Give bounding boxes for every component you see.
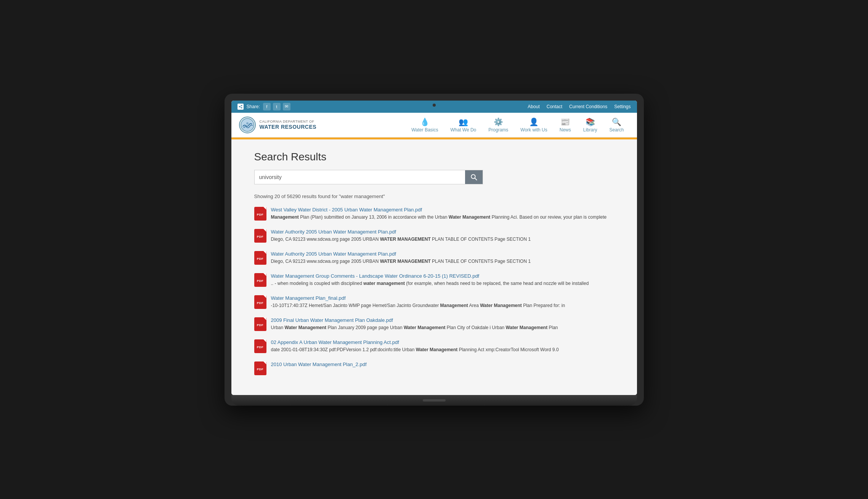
- pdf-icon: PDF: [254, 361, 266, 375]
- top-bar: Share: f t ✉ About Contact Current Condi…: [231, 101, 637, 113]
- pdf-icon: PDF: [254, 339, 266, 353]
- svg-line-8: [475, 178, 477, 180]
- nav-water-basics[interactable]: 💧 Water Basics: [406, 116, 443, 134]
- result-desc: date 2001-01-08T19:34:30Z pdf:PDFVersion…: [271, 346, 614, 353]
- result-desc: -10-10T17:40:37Z Hemet/San Jacinto WMP p…: [271, 302, 614, 309]
- dept-name: CALIFORNIA DEPARTMENT OF: [260, 120, 317, 124]
- nav-search[interactable]: 🔍 Search: [604, 116, 629, 134]
- table-row: PDF Water Management Group Comments - La…: [254, 273, 614, 287]
- result-content: West Valley Water District - 2005 Urban …: [271, 207, 614, 221]
- main-content: Search Results Showing 20 of 56290 resul…: [231, 139, 637, 395]
- nav-water-basics-label: Water Basics: [411, 127, 438, 133]
- result-title[interactable]: West Valley Water District - 2005 Urban …: [271, 207, 614, 213]
- mail-icon[interactable]: ✉: [283, 103, 290, 110]
- facebook-icon[interactable]: f: [263, 103, 271, 110]
- svg-point-6: [246, 122, 249, 125]
- table-row: PDF Water Authority 2005 Urban Water Man…: [254, 229, 614, 243]
- result-title[interactable]: 2009 Final Urban Water Management Plan O…: [271, 317, 614, 323]
- logo-area: CALIFORNIA DEPARTMENT OF WATER RESOURCES: [239, 117, 323, 133]
- org-name: WATER RESOURCES: [260, 124, 317, 130]
- nav-search-label: Search: [609, 127, 624, 133]
- pdf-icon: PDF: [254, 317, 266, 331]
- result-title[interactable]: Water Management Group Comments - Landsc…: [271, 273, 614, 279]
- nav-library[interactable]: 📚 Library: [578, 116, 603, 134]
- search-input[interactable]: [255, 170, 465, 184]
- about-link[interactable]: About: [528, 104, 539, 109]
- pdf-icon: PDF: [254, 273, 266, 287]
- nav-search-icon: 🔍: [612, 117, 621, 126]
- pdf-icon: PDF: [254, 207, 266, 221]
- programs-icon: ⚙️: [494, 117, 503, 126]
- result-title[interactable]: 02 Appendix A Urban Water Management Pla…: [271, 339, 614, 345]
- water-basics-icon: 💧: [420, 117, 430, 126]
- twitter-icon[interactable]: t: [273, 103, 281, 110]
- pdf-icon: PDF: [254, 229, 266, 243]
- table-row: PDF Water Management Plan_final.pdf -10-…: [254, 295, 614, 309]
- nav-what-we-do[interactable]: 👥 What We Do: [445, 116, 481, 134]
- share-label: Share:: [247, 104, 260, 109]
- contact-link[interactable]: Contact: [547, 104, 562, 109]
- logo-text: CALIFORNIA DEPARTMENT OF WATER RESOURCES: [260, 120, 317, 130]
- table-row: PDF 2010 Urban Water Management Plan_2.p…: [254, 361, 614, 375]
- result-title[interactable]: Water Authority 2005 Urban Water Managem…: [271, 229, 614, 235]
- results-list: PDF West Valley Water District - 2005 Ur…: [254, 207, 614, 375]
- svg-line-3: [239, 106, 242, 107]
- table-row: PDF 2009 Final Urban Water Management Pl…: [254, 317, 614, 331]
- header: CALIFORNIA DEPARTMENT OF WATER RESOURCES…: [231, 113, 637, 138]
- share-icon: [237, 104, 244, 110]
- current-conditions-link[interactable]: Current Conditions: [569, 104, 607, 109]
- result-content: 2009 Final Urban Water Management Plan O…: [271, 317, 614, 331]
- social-icons: f t ✉: [263, 103, 290, 110]
- nav-news[interactable]: 📰 News: [554, 116, 576, 134]
- result-desc: Diego, CA 92123 www.sdcwa.org page 2005 …: [271, 236, 614, 243]
- nav-what-we-do-label: What We Do: [450, 127, 476, 133]
- result-content: 02 Appendix A Urban Water Management Pla…: [271, 339, 614, 353]
- table-row: PDF West Valley Water District - 2005 Ur…: [254, 207, 614, 221]
- result-title[interactable]: Water Authority 2005 Urban Water Managem…: [271, 251, 614, 257]
- what-we-do-icon: 👥: [459, 117, 468, 126]
- pdf-icon: PDF: [254, 251, 266, 265]
- result-content: Water Management Group Comments - Landsc…: [271, 273, 614, 287]
- result-title[interactable]: Water Management Plan_final.pdf: [271, 295, 614, 301]
- search-box: [254, 170, 483, 184]
- nav-news-label: News: [560, 127, 571, 133]
- top-bar-right: About Contact Current Conditions Setting…: [528, 104, 631, 109]
- pdf-icon: PDF: [254, 295, 266, 309]
- nav-library-label: Library: [583, 127, 597, 133]
- results-summary: Showing 20 of 56290 results found for "w…: [254, 194, 614, 199]
- logo-image: [239, 117, 256, 133]
- result-desc: Diego, CA 92123 www.sdcwa.org page 2005 …: [271, 258, 614, 265]
- result-desc: Urban Water Management Plan January 2009…: [271, 324, 614, 331]
- nav-programs-label: Programs: [488, 127, 508, 133]
- table-row: PDF Water Authority 2005 Urban Water Man…: [254, 251, 614, 265]
- result-content: Water Authority 2005 Urban Water Managem…: [271, 229, 614, 243]
- page-title: Search Results: [254, 151, 614, 163]
- result-content: 2010 Urban Water Management Plan_2.pdf: [271, 361, 614, 368]
- top-bar-left: Share: f t ✉: [237, 103, 290, 110]
- result-title[interactable]: 2010 Urban Water Management Plan_2.pdf: [271, 361, 614, 367]
- settings-link[interactable]: Settings: [614, 104, 631, 109]
- nav-work-with-us-label: Work with Us: [520, 127, 547, 133]
- nav-work-with-us[interactable]: 👤 Work with Us: [515, 116, 552, 134]
- work-with-us-icon: 👤: [529, 117, 539, 126]
- result-content: Water Authority 2005 Urban Water Managem…: [271, 251, 614, 265]
- table-row: PDF 02 Appendix A Urban Water Management…: [254, 339, 614, 353]
- svg-line-4: [239, 107, 242, 108]
- result-desc: .. - when modeling is coupled with disci…: [271, 280, 614, 287]
- result-content: Water Management Plan_final.pdf -10-10T1…: [271, 295, 614, 309]
- search-submit-button[interactable]: [465, 170, 483, 184]
- magnifier-icon: [470, 174, 477, 181]
- nav-programs[interactable]: ⚙️ Programs: [483, 116, 513, 134]
- news-icon: 📰: [560, 117, 570, 126]
- main-nav: 💧 Water Basics 👥 What We Do ⚙️ Programs …: [323, 116, 629, 134]
- library-icon: 📚: [586, 117, 595, 126]
- laptop-notch: [423, 399, 446, 401]
- result-desc: Management Plan (Plan) submitted on Janu…: [271, 214, 614, 221]
